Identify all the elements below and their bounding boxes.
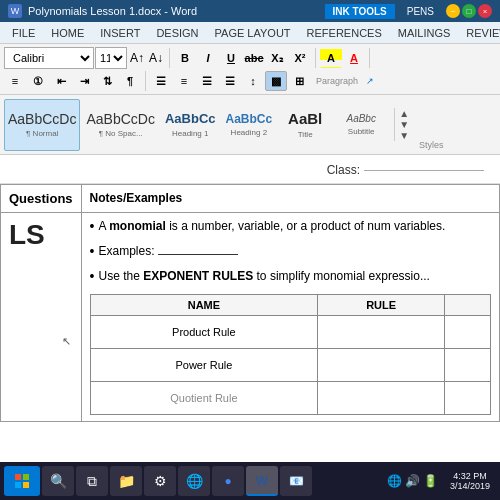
svg-rect-0 <box>15 474 21 480</box>
align-right-button[interactable]: ☰ <box>196 71 218 91</box>
subscript-button[interactable]: X₂ <box>266 48 288 68</box>
power-rule-name: Power Rule <box>90 349 318 382</box>
borders-button[interactable]: ⊞ <box>288 71 310 91</box>
shading-button[interactable]: ▩ <box>265 71 287 91</box>
menu-bar: FILE HOME INSERT DESIGN PAGE LAYOUT REFE… <box>0 22 500 44</box>
maximize-button[interactable]: □ <box>462 4 476 18</box>
style-normal-label: ¶ Normal <box>26 129 58 138</box>
exponent-rules-bold: EXPONENT RULES <box>143 269 253 283</box>
power-rule-value <box>318 349 445 382</box>
product-rule-extra <box>445 316 491 349</box>
class-label: Class: <box>327 163 360 177</box>
settings-taskbar-button[interactable]: ⚙ <box>144 466 176 496</box>
pens-label: PENS <box>399 4 442 19</box>
bullets-button[interactable]: ≡ <box>4 71 26 91</box>
font-name-select[interactable]: Calibri <box>4 47 94 69</box>
font-color-button[interactable]: A <box>343 48 365 68</box>
bold-button[interactable]: B <box>174 48 196 68</box>
styles-scroll-up[interactable]: ▲ <box>399 108 409 119</box>
styles-more[interactable]: ▼ <box>399 130 409 141</box>
start-button[interactable] <box>4 466 40 496</box>
outlook-button[interactable]: 📧 <box>280 466 312 496</box>
list-item-exponent: • Use the EXPONENT RULES to simplify mon… <box>90 269 491 284</box>
numbering-button[interactable]: ① <box>27 71 49 91</box>
sort-button[interactable]: ⇅ <box>96 71 118 91</box>
style-title-button[interactable]: AaBl Title <box>278 99 332 151</box>
section-ls: LS <box>1 213 82 422</box>
menu-mailings[interactable]: MAILINGS <box>390 25 459 41</box>
formatting-group: B I U abc X₂ X² <box>174 48 311 68</box>
word-taskbar-button[interactable]: W <box>246 466 278 496</box>
search-taskbar-button[interactable]: 🔍 <box>42 466 74 496</box>
show-formatting-button[interactable]: ¶ <box>119 71 141 91</box>
menu-references[interactable]: REFERENCES <box>299 25 390 41</box>
line-spacing-button[interactable]: ↕ <box>242 71 264 91</box>
style-heading1-label: Heading 1 <box>172 129 208 138</box>
table-row: Power Rule <box>90 349 490 382</box>
list-item-examples: • Examples: <box>90 244 491 259</box>
table-row: LS • A monomial is a number, variable, o… <box>1 213 500 422</box>
style-heading2-label: Heading 2 <box>231 128 267 137</box>
power-rule-extra <box>445 349 491 382</box>
menu-design[interactable]: DESIGN <box>148 25 206 41</box>
align-center-button[interactable]: ≡ <box>173 71 195 91</box>
date-display: 3/14/2019 <box>450 481 490 491</box>
monomial-text: A monomial is a number, variable, or a p… <box>98 219 445 233</box>
style-title-preview: AaBl <box>288 110 322 128</box>
tray-battery-icon[interactable]: 🔋 <box>423 474 438 488</box>
chrome-button[interactable]: ● <box>212 466 244 496</box>
superscript-button[interactable]: X² <box>289 48 311 68</box>
styles-ribbon: AaBbCcDc ¶ Normal AaBbCcDc ¶ No Spac... … <box>0 95 500 155</box>
indent-decrease-button[interactable]: ⇤ <box>50 71 72 91</box>
menu-insert[interactable]: INSERT <box>92 25 148 41</box>
bullet-1: • <box>90 218 95 234</box>
product-rule-value <box>318 316 445 349</box>
indent-increase-button[interactable]: ⇥ <box>73 71 95 91</box>
menu-file[interactable]: FILE <box>4 25 43 41</box>
menu-review[interactable]: REVIEW <box>458 25 500 41</box>
system-tray: 🌐 🔊 🔋 <box>383 474 442 488</box>
style-heading1-button[interactable]: AaBbCc Heading 1 <box>161 99 220 151</box>
taskview-button[interactable]: ⧉ <box>76 466 108 496</box>
toolbar: Calibri 11 12 A↑ A↓ B I U abc X₂ X² A A … <box>0 44 500 95</box>
content-table: Questions Notes/Examples LS • A monomial… <box>0 184 500 422</box>
font-shrink-button[interactable]: A↓ <box>147 51 165 65</box>
font-size-select[interactable]: 11 12 <box>95 47 127 69</box>
paragraph-launcher[interactable]: ↗ <box>364 76 376 86</box>
font-group: Calibri 11 12 A↑ A↓ <box>4 47 165 69</box>
styles-scroll-down[interactable]: ▼ <box>399 119 409 130</box>
tray-network-icon[interactable]: 🌐 <box>387 474 402 488</box>
examples-underline <box>158 254 238 255</box>
underline-button[interactable]: U <box>220 48 242 68</box>
style-normal-button[interactable]: AaBbCcDc ¶ Normal <box>4 99 80 151</box>
taskbar-time[interactable]: 4:32 PM 3/14/2019 <box>444 471 496 491</box>
align-group: ☰ ≡ ☰ ☰ ↕ ▩ ⊞ <box>150 71 310 91</box>
title-text: Polynomials Lesson 1.docx - Word <box>28 5 197 17</box>
monomial-bold: monomial <box>109 219 166 233</box>
style-subtitle-button[interactable]: AaBbc Subtitle <box>334 99 388 151</box>
svg-rect-2 <box>15 482 21 488</box>
menu-home[interactable]: HOME <box>43 25 92 41</box>
font-grow-button[interactable]: A↑ <box>128 51 146 65</box>
align-left-button[interactable]: ☰ <box>150 71 172 91</box>
quotient-rule-extra <box>445 382 491 415</box>
windows-icon <box>14 473 30 489</box>
justify-button[interactable]: ☰ <box>219 71 241 91</box>
title-bar-right: INK TOOLS PENS − □ × <box>325 4 493 19</box>
files-button[interactable]: 📁 <box>110 466 142 496</box>
examples-text: Examples: <box>98 244 237 258</box>
tray-volume-icon[interactable]: 🔊 <box>405 474 420 488</box>
menu-page-layout[interactable]: PAGE LAYOUT <box>207 25 299 41</box>
style-heading2-button[interactable]: AaBbCc Heading 2 <box>222 99 277 151</box>
minimize-button[interactable]: − <box>446 4 460 18</box>
style-nospacing-label: ¶ No Spac... <box>99 129 143 138</box>
highlight-button[interactable]: A <box>320 48 342 68</box>
browser-button[interactable]: 🌐 <box>178 466 210 496</box>
strikethrough-button[interactable]: abc <box>243 48 265 68</box>
close-button[interactable]: × <box>478 4 492 18</box>
paragraph-group: ≡ ① ⇤ ⇥ ⇅ ¶ <box>4 71 141 91</box>
style-title-label: Title <box>298 130 313 139</box>
italic-button[interactable]: I <box>197 48 219 68</box>
document-area: Class: Questions Notes/Examples LS • <box>0 155 500 462</box>
style-nospacing-button[interactable]: AaBbCcDc ¶ No Spac... <box>82 99 158 151</box>
